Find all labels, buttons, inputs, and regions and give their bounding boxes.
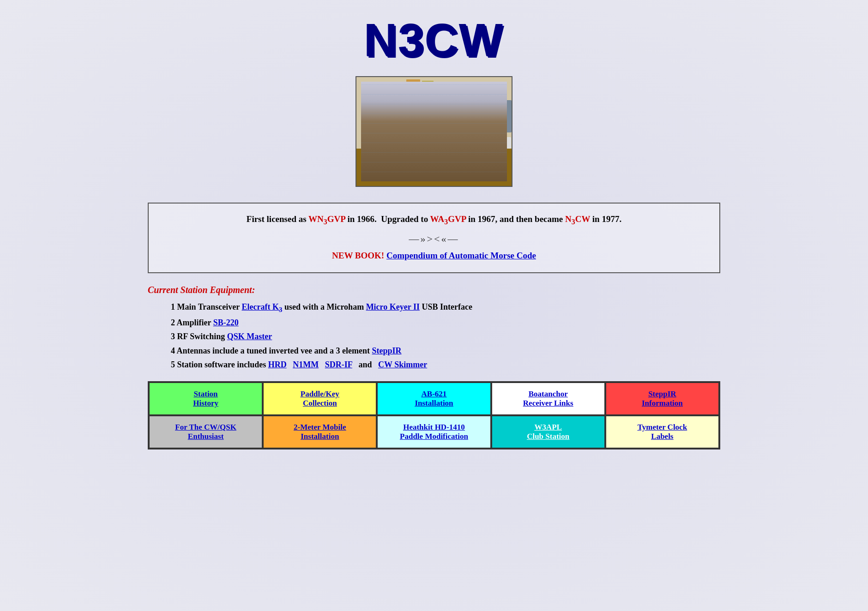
nav-cell-cw-enthusiast[interactable]: For The CW/QSKEnthusiast xyxy=(149,415,263,449)
svg-rect-2 xyxy=(361,114,403,146)
svg-point-12 xyxy=(429,117,436,125)
svg-rect-19 xyxy=(486,137,511,149)
equipment-item-4: 4 Antennas include a tuned inverted vee … xyxy=(171,344,720,358)
nav-cell-boatanchor[interactable]: BoatanchorReceiver Links xyxy=(491,382,605,415)
nav-cell-ab621[interactable]: AB-621Installation xyxy=(377,382,491,415)
new-book-line: NEW BOOK! Compendium of Automatic Morse … xyxy=(163,251,705,261)
svg-rect-15 xyxy=(434,135,457,149)
svg-rect-4 xyxy=(366,119,398,140)
steppir-info-link[interactable]: SteppIRInformation xyxy=(611,389,714,408)
info-box-text: First licensed as WN3GVP in 1966. Upgrad… xyxy=(163,213,705,228)
nav-cell-w3apl[interactable]: W3APLClub Station xyxy=(491,415,605,449)
hrd-link[interactable]: HRD xyxy=(268,360,287,369)
sb220-link[interactable]: SB-220 xyxy=(213,318,239,327)
n1mm-link[interactable]: N1MM xyxy=(293,360,319,369)
w3apl-link[interactable]: W3APLClub Station xyxy=(497,423,600,441)
svg-rect-6 xyxy=(429,91,450,107)
equipment-item-1: 1 Main Transceiver Elecraft K3 used with… xyxy=(171,300,720,316)
boatanchor-link[interactable]: BoatanchorReceiver Links xyxy=(497,389,600,408)
svg-rect-22 xyxy=(422,81,434,90)
ab621-link[interactable]: AB-621Installation xyxy=(382,389,485,408)
divider: —»><«— xyxy=(163,233,705,245)
new-book-label: NEW BOOK! xyxy=(332,251,384,260)
nav-grid: StationHistory Paddle/KeyCollection AB-6… xyxy=(148,381,720,449)
equipment-item-3: 3 RF Switching QSK Master xyxy=(171,329,720,344)
heathkit-link[interactable]: Heathkit HD-1410Paddle Modification xyxy=(382,423,485,441)
micro-keyer-link[interactable]: Micro Keyer II xyxy=(366,302,420,311)
svg-rect-0 xyxy=(356,77,512,187)
info-box: First licensed as WN3GVP in 1966. Upgrad… xyxy=(148,203,720,273)
nav-cell-paddle-key[interactable]: Paddle/KeyCollection xyxy=(263,382,377,415)
site-title: N3CW xyxy=(364,14,504,67)
svg-rect-11 xyxy=(407,113,426,122)
nav-cell-steppir[interactable]: SteppIRInformation xyxy=(605,382,719,415)
station-history-link[interactable]: StationHistory xyxy=(154,389,257,408)
svg-rect-17 xyxy=(361,151,407,159)
steppir-link[interactable]: SteppIR xyxy=(372,346,402,355)
2meter-mobile-link[interactable]: 2-Meter MobileInstallation xyxy=(268,423,371,441)
page-wrapper: N3CW xyxy=(129,0,739,468)
paddle-key-link[interactable]: Paddle/KeyCollection xyxy=(268,389,371,408)
svg-rect-3 xyxy=(363,116,401,143)
qsk-master-link[interactable]: QSK Master xyxy=(227,332,272,341)
station-image: N3CW xyxy=(356,76,512,187)
equipment-heading: Current Station Equipment: xyxy=(148,285,720,295)
svg-rect-8 xyxy=(405,109,446,132)
equipment-list: 1 Main Transceiver Elecraft K3 used with… xyxy=(148,300,720,372)
nav-cell-tymeter[interactable]: Tymeter ClockLabels xyxy=(605,415,719,449)
callsign-wn3gvp: WN3GVP xyxy=(308,214,345,224)
cw-enthusiast-link[interactable]: For The CW/QSKEnthusiast xyxy=(154,423,257,441)
book-link[interactable]: Compendium of Automatic Morse Code xyxy=(386,251,536,260)
svg-rect-16 xyxy=(379,146,385,150)
callsign-wa3gvp: WA3GVP xyxy=(430,214,466,224)
svg-rect-1 xyxy=(356,149,512,187)
svg-rect-9 xyxy=(448,109,482,132)
station-image-container: N3CW xyxy=(148,76,720,189)
svg-rect-5 xyxy=(405,91,428,107)
svg-text:N3CW: N3CW xyxy=(490,141,501,145)
equipment-item-2: 2 Amplifier SB-220 xyxy=(171,316,720,330)
svg-rect-10 xyxy=(484,100,512,132)
equipment-section: Current Station Equipment: 1 Main Transc… xyxy=(148,285,720,372)
callsign-n3cw: N3CW xyxy=(565,214,590,224)
equipment-item-5: 5 Station software includes HRD N1MM SDR… xyxy=(171,358,720,372)
sdr-if-link[interactable]: SDR-IF xyxy=(325,360,352,369)
nav-cell-2meter[interactable]: 2-Meter MobileInstallation xyxy=(263,415,377,449)
nav-cell-heathkit[interactable]: Heathkit HD-1410Paddle Modification xyxy=(377,415,491,449)
svg-rect-14 xyxy=(405,135,433,149)
cw-skimmer-link[interactable]: CW Skimmer xyxy=(378,360,427,369)
svg-point-18 xyxy=(406,151,417,159)
svg-point-13 xyxy=(438,117,446,125)
tymeter-link[interactable]: Tymeter ClockLabels xyxy=(611,423,714,441)
svg-rect-21 xyxy=(406,79,420,90)
site-title-container: N3CW xyxy=(148,14,720,67)
svg-rect-7 xyxy=(452,89,488,107)
elecraft-k3-link[interactable]: Elecraft K3 xyxy=(241,302,282,311)
nav-cell-station-history[interactable]: StationHistory xyxy=(149,382,263,415)
